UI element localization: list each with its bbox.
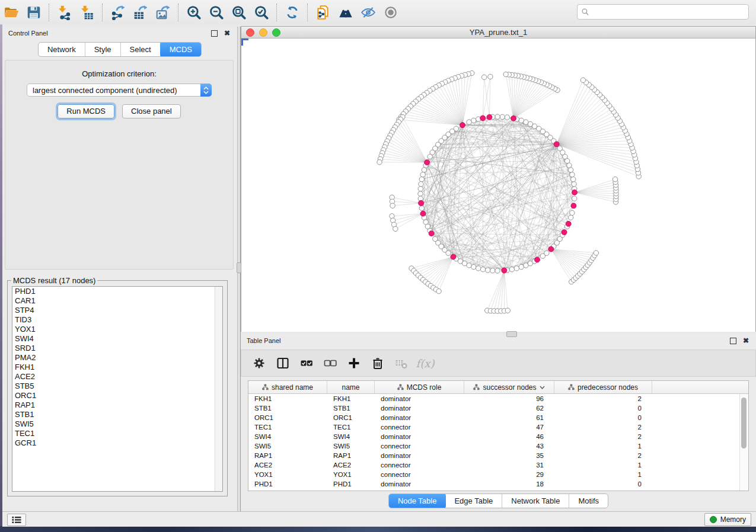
network-window-titlebar[interactable]: YPA_prune.txt_1 [241, 27, 755, 39]
table-cell[interactable]: RAP1 [248, 452, 327, 459]
table-row[interactable]: SWI4SWI4dominator462 [248, 432, 748, 441]
unselect-all-rows-icon[interactable] [323, 356, 337, 370]
node-table[interactable]: shared namenameMCDS rolesuccessor nodesp… [248, 380, 749, 491]
table-cell[interactable]: 1 [554, 462, 652, 469]
table-row[interactable]: ORC1ORC1dominator610 [248, 413, 748, 422]
table-row[interactable]: RAP1RAP1dominator352 [248, 451, 748, 460]
refresh-view-icon[interactable] [282, 2, 302, 23]
table-cell[interactable]: FKH1 [327, 395, 375, 402]
delete-table-icon[interactable] [394, 356, 409, 370]
table-cell[interactable]: YOX1 [327, 471, 375, 478]
float-panel-icon[interactable] [210, 29, 218, 37]
table-tab-network-table[interactable]: Network Table [502, 494, 569, 508]
table-cell[interactable]: 2 [554, 424, 652, 431]
table-cell[interactable]: 1 [554, 471, 652, 478]
mcds-result-item[interactable]: ORC1 [12, 391, 222, 400]
mcds-result-item[interactable]: PMA2 [12, 353, 222, 363]
table-cell[interactable]: dominator [375, 480, 464, 488]
table-cell[interactable]: dominator [375, 405, 464, 412]
mcds-result-item[interactable]: STB5 [12, 382, 222, 391]
mcds-result-item[interactable]: SWI4 [12, 334, 222, 344]
mcds-result-item[interactable]: ACE2 [12, 372, 222, 382]
mcds-result-list[interactable]: PHD1CAR1STP4TID3YOX1SWI4SRD1PMA2FKH1ACE2… [12, 286, 223, 492]
table-cell[interactable]: ACE2 [248, 462, 327, 469]
table-cell[interactable]: YOX1 [248, 471, 327, 478]
search-box[interactable] [577, 4, 749, 20]
mcds-result-item[interactable]: STB1 [12, 410, 222, 419]
import-table-icon[interactable] [77, 2, 97, 23]
export-image-icon[interactable] [153, 2, 173, 23]
run-mcds-button[interactable]: Run MCDS [58, 104, 114, 118]
table-row[interactable]: FKH1FKH1dominator962 [248, 394, 748, 403]
table-row[interactable]: TEC1TEC1connector472 [248, 422, 748, 432]
table-cell[interactable]: 61 [464, 414, 554, 421]
mcds-result-item[interactable]: GCR1 [12, 438, 222, 448]
table-row[interactable]: PHD1PHD1dominator180 [248, 479, 748, 489]
export-network-icon[interactable] [108, 2, 128, 23]
horizontal-splitter-grip[interactable] [506, 331, 517, 337]
table-cell[interactable]: ORC1 [248, 414, 327, 421]
mcds-result-item[interactable]: TID3 [12, 315, 222, 325]
zoom-selected-icon[interactable] [251, 2, 272, 23]
table-cell[interactable]: TEC1 [248, 424, 327, 431]
mcds-result-item[interactable]: CAR1 [12, 296, 222, 306]
table-cell[interactable]: 18 [464, 480, 554, 488]
mcds-result-item[interactable]: TEC1 [12, 429, 222, 438]
delete-rows-icon[interactable] [371, 356, 385, 370]
zoom-out-icon[interactable] [206, 2, 227, 23]
table-cell[interactable]: dominator [375, 433, 464, 440]
table-cell[interactable]: ACE2 [327, 462, 375, 469]
clone-network-icon[interactable] [313, 2, 333, 23]
table-cell[interactable]: TEC1 [327, 424, 375, 431]
table-cell[interactable]: 46 [464, 433, 554, 440]
network-graph[interactable] [241, 39, 755, 332]
show-columns-icon[interactable] [276, 356, 290, 370]
table-cell[interactable]: PHD1 [248, 480, 327, 488]
table-cell[interactable]: 0 [554, 414, 652, 421]
show-all-icon[interactable] [381, 2, 401, 23]
table-cell[interactable]: connector [375, 471, 464, 478]
column-header-successor-nodes[interactable]: successor nodes [464, 381, 554, 393]
table-tab-edge-table[interactable]: Edge Table [445, 494, 502, 508]
task-history-button[interactable] [7, 514, 26, 526]
export-table-icon[interactable] [130, 2, 151, 23]
mcds-result-item[interactable]: FKH1 [12, 363, 222, 372]
table-cell[interactable]: connector [375, 424, 464, 431]
close-panel-icon[interactable]: ✖ [223, 29, 231, 37]
table-row[interactable]: YOX1YOX1connector291 [248, 470, 748, 479]
open-file-icon[interactable] [1, 2, 21, 23]
table-scrollbar-thumb[interactable] [741, 398, 747, 448]
table-settings-icon[interactable] [252, 356, 266, 370]
column-header-predecessor-nodes[interactable]: predecessor nodes [554, 381, 652, 393]
select-all-rows-icon[interactable] [299, 356, 314, 370]
network-canvas[interactable] [241, 39, 755, 332]
mcds-result-item[interactable]: YOX1 [12, 325, 222, 334]
table-cell[interactable]: 2 [554, 452, 652, 459]
table-cell[interactable]: dominator [375, 414, 464, 421]
table-cell[interactable]: 29 [464, 471, 554, 478]
mcds-result-item[interactable]: SWI5 [12, 419, 222, 429]
save-session-icon[interactable] [24, 2, 44, 23]
tab-mcds[interactable]: MCDS [160, 42, 202, 57]
table-cell[interactable]: dominator [375, 395, 464, 402]
mcds-result-item[interactable]: SRD1 [12, 344, 222, 353]
table-cell[interactable]: 47 [464, 424, 554, 431]
table-cell[interactable]: PHD1 [327, 480, 375, 488]
zoom-fit-icon[interactable] [229, 2, 249, 23]
table-cell[interactable]: connector [375, 443, 464, 450]
table-cell[interactable]: STB1 [327, 405, 375, 412]
import-network-icon[interactable] [55, 2, 75, 23]
optimization-criterion-select[interactable]: largest connected component (undirected) [27, 84, 212, 97]
float-table-panel-icon[interactable] [729, 336, 737, 345]
table-cell[interactable]: 0 [554, 405, 652, 412]
table-row[interactable]: STB1STB1dominator620 [248, 403, 748, 413]
table-cell[interactable]: 2 [554, 395, 652, 402]
table-cell[interactable]: FKH1 [248, 395, 327, 402]
table-scrollbar[interactable] [739, 394, 748, 491]
mcds-result-item[interactable]: PHD1 [12, 287, 222, 296]
mcds-list-scrollbar[interactable] [215, 287, 222, 491]
table-cell[interactable]: 35 [464, 452, 554, 459]
table-cell[interactable]: 0 [554, 480, 652, 488]
table-cell[interactable]: 1 [554, 443, 652, 450]
table-row[interactable]: ACE2ACE2connector311 [248, 460, 748, 470]
